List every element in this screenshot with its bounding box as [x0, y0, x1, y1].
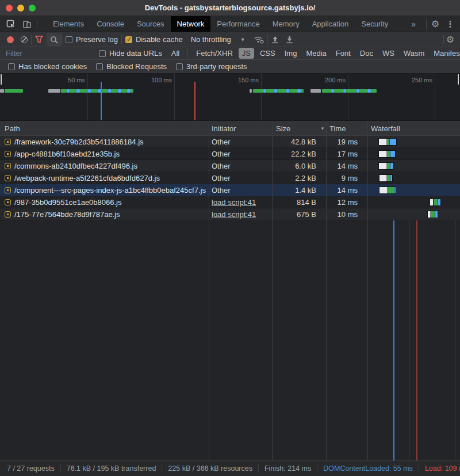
- request-path: /webpack-runtime-a5f2261cfda6bdfd627d.js: [14, 174, 160, 182]
- divider: [37, 20, 37, 29]
- filter-type-all[interactable]: All: [168, 48, 183, 59]
- request-size: 675 B: [272, 208, 321, 220]
- filter-type-fetch-xhr[interactable]: Fetch/XHR: [193, 48, 236, 59]
- request-row[interactable]: /987-35b0d9551ce1ae0b8066.jsload script:…: [0, 196, 460, 208]
- column-header-waterfall[interactable]: Waterfall: [371, 121, 400, 136]
- activity-segment: [322, 89, 331, 93]
- tab-console[interactable]: Console: [90, 16, 131, 32]
- request-row[interactable]: /app-c4881b6f10aebd21e35b.jsOther22.2 kB…: [0, 148, 460, 160]
- column-divider[interactable]: [209, 121, 209, 460]
- network-overview-timeline[interactable]: 50 ms100 ms150 ms200 ms250 ms: [0, 74, 460, 121]
- activity-segment: [334, 89, 343, 93]
- network-conditions-button[interactable]: [250, 33, 267, 46]
- initiator-link[interactable]: load script:41: [212, 208, 269, 220]
- filter-type-doc[interactable]: Doc: [356, 48, 377, 59]
- resource-type-filters: AllFetch/XHRJSCSSImgMediaFontDocWSWasmMa…: [167, 48, 460, 59]
- request-row[interactable]: /175-77e7564bde78d9f787ae.jsload script:…: [0, 208, 460, 220]
- close-window-button[interactable]: [6, 5, 13, 12]
- request-time: 9 ms: [326, 172, 363, 184]
- request-row[interactable]: /commons-ab2410dfbec4227df496.jsOther6.0…: [0, 160, 460, 172]
- tab-elements[interactable]: Elements: [47, 16, 90, 32]
- filter-type-css[interactable]: CSS: [256, 48, 279, 59]
- kebab-menu-icon[interactable]: ⋮: [444, 18, 457, 30]
- traffic-lights: [6, 5, 36, 12]
- ruler-gridline: [435, 74, 435, 120]
- filter-type-media[interactable]: Media: [302, 48, 329, 59]
- activity-segment: [266, 89, 274, 93]
- activity-segment: [0, 89, 4, 93]
- filter-type-img[interactable]: Img: [281, 48, 301, 59]
- overview-right-handle[interactable]: [457, 74, 459, 85]
- filter-type-manifest[interactable]: Manifest: [430, 48, 460, 59]
- request-row[interactable]: /component---src-pages-index-js-a1bc4ffb…: [0, 184, 460, 196]
- funnel-icon: [35, 36, 43, 43]
- maximize-window-button[interactable]: [29, 5, 36, 12]
- initiator-link[interactable]: load script:41: [212, 196, 269, 208]
- disable-cache-label: Disable cache: [136, 35, 183, 44]
- advanced-filter-row: Has blocked cookiesBlocked Requests3rd-p…: [0, 60, 460, 74]
- overview-left-handle[interactable]: [0, 74, 2, 85]
- request-size: 814 B: [272, 196, 321, 208]
- activity-segment: [91, 89, 98, 93]
- filter-type-font[interactable]: Font: [332, 48, 354, 59]
- export-har-button[interactable]: [282, 33, 297, 46]
- request-size: 22.2 kB: [272, 148, 321, 160]
- tab-application[interactable]: Application: [306, 16, 355, 32]
- js-file-icon: [5, 163, 11, 169]
- preserve-log-checkbox[interactable]: Preserve log: [62, 33, 121, 46]
- ruler-label: 250 ms: [398, 77, 432, 83]
- waterfall-stalled-bar: [379, 187, 388, 193]
- arrow-down-icon: [286, 36, 293, 44]
- column-header-initiator[interactable]: Initiator: [212, 121, 236, 136]
- column-header-time[interactable]: Time: [329, 121, 346, 136]
- record-network-log-button[interactable]: [3, 33, 17, 46]
- import-har-button[interactable]: [268, 33, 282, 46]
- initiator-text: Other: [212, 184, 269, 196]
- request-size: 6.0 kB: [272, 160, 321, 172]
- activity-segment: [131, 89, 133, 93]
- request-time: 10 ms: [326, 208, 363, 220]
- disable-cache-checkbox[interactable]: Disable cache: [122, 33, 186, 46]
- filter-type-wasm[interactable]: Wasm: [400, 48, 428, 59]
- initiator-text: Other: [212, 172, 269, 184]
- request-size: 42.8 kB: [272, 136, 321, 148]
- request-row[interactable]: /webpack-runtime-a5f2261cfda6bdfd627d.js…: [0, 172, 460, 184]
- has-blocked-cookies-checkbox[interactable]: Has blocked cookies: [8, 62, 87, 71]
- request-time: 12 ms: [326, 196, 363, 208]
- device-toolbar-icon[interactable]: [21, 18, 33, 30]
- search-button[interactable]: [47, 33, 62, 46]
- 3rd-party-requests-checkbox[interactable]: 3rd-party requests: [176, 62, 247, 71]
- column-header-path[interactable]: Path: [5, 121, 20, 136]
- filter-toggle-button[interactable]: [32, 33, 47, 46]
- column-divider[interactable]: [367, 121, 368, 460]
- activity-segment: [359, 89, 367, 93]
- tab-security[interactable]: Security: [355, 16, 394, 32]
- network-settings-gear-icon[interactable]: ⚙: [444, 34, 457, 45]
- hide-data-urls-checkbox[interactable]: Hide data URLs: [99, 49, 162, 58]
- waterfall-wait-bar: [431, 211, 435, 218]
- record-icon: [7, 36, 14, 43]
- tab-performance[interactable]: Performance: [210, 16, 266, 32]
- inspect-element-icon[interactable]: [5, 18, 17, 30]
- tab-memory[interactable]: Memory: [266, 16, 306, 32]
- filter-type-js[interactable]: JS: [239, 48, 254, 59]
- throttling-select[interactable]: No throttling ▼: [186, 35, 250, 44]
- filter-input[interactable]: [2, 48, 94, 59]
- settings-gear-icon[interactable]: ⚙: [429, 18, 442, 30]
- column-divider[interactable]: [272, 121, 273, 460]
- js-file-icon: [5, 211, 11, 218]
- initiator-text: Other: [212, 136, 269, 148]
- column-header-size[interactable]: Size▼: [276, 121, 290, 136]
- minimize-window-button[interactable]: [17, 5, 24, 12]
- more-panels-chevron[interactable]: »: [403, 20, 424, 29]
- waterfall-dl-bar: [390, 139, 396, 145]
- blocked-requests-checkbox[interactable]: Blocked Requests: [96, 62, 167, 71]
- column-divider[interactable]: [326, 121, 327, 460]
- request-row[interactable]: /framework-30c79b2d3b5411886184.jsOther4…: [0, 136, 460, 148]
- clear-network-log-button[interactable]: [17, 33, 31, 46]
- tab-sources[interactable]: Sources: [131, 16, 171, 32]
- domcontentloaded-line: [101, 82, 102, 120]
- request-time: 14 ms: [326, 184, 363, 196]
- tab-network[interactable]: Network: [171, 16, 211, 32]
- filter-type-ws[interactable]: WS: [379, 48, 398, 59]
